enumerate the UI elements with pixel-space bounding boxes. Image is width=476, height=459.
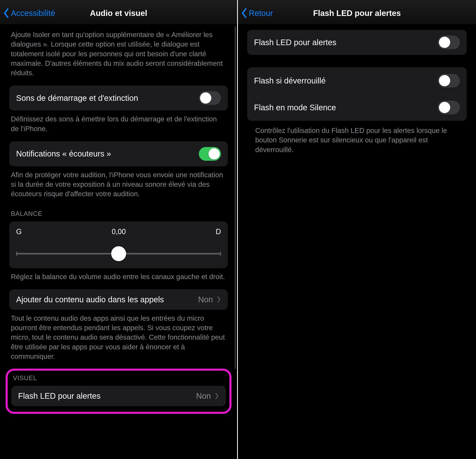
balance-description: Réglez la balance du volume audio entre … — [9, 268, 228, 281]
back-label: Accessibilité — [11, 9, 55, 18]
back-button[interactable]: Retour — [241, 8, 273, 18]
balance-slider[interactable] — [16, 249, 221, 258]
flash-led-alerts-row[interactable]: Flash LED pour alertes Non — [11, 386, 226, 406]
balance-value: 0,00 — [112, 228, 126, 236]
flash-led-main-toggle[interactable] — [438, 35, 460, 49]
balance-header: BALANCE — [9, 199, 228, 220]
flash-led-label: Flash LED pour alertes — [18, 391, 101, 400]
flash-when-unlocked-label: Flash si déverrouillé — [254, 76, 326, 85]
visual-section-highlight: VISUEL Flash LED pour alertes Non — [6, 369, 231, 414]
headphone-notifications-description: Afin de protéger votre audition, l'iPhon… — [9, 166, 228, 199]
screen-flash-led: Retour Flash LED pour alertes Flash LED … — [238, 0, 476, 459]
balance-slider-thumb[interactable] — [111, 246, 126, 261]
add-audio-label: Ajouter du contenu audio dans les appels — [16, 295, 164, 304]
startup-sounds-description: Définissez des sons à émettre lors du dé… — [9, 111, 228, 133]
nav-bar: Accessibilité Audio et visuel — [0, 0, 237, 24]
flash-when-unlocked-toggle[interactable] — [438, 74, 460, 88]
startup-sounds-label: Sons de démarrage et d'extinction — [16, 94, 138, 103]
chevron-left-icon — [241, 8, 247, 18]
flash-led-main-label: Flash LED pour alertes — [254, 38, 336, 47]
add-audio-in-calls-row[interactable]: Ajouter du contenu audio dans les appels… — [9, 289, 228, 310]
headphone-notifications-label: Notifications « écouteurs » — [16, 149, 111, 158]
flash-silent-mode-row[interactable]: Flash en mode Silence — [254, 94, 467, 121]
headphone-notifications-row[interactable]: Notifications « écouteurs » — [9, 141, 228, 166]
chevron-right-icon — [217, 296, 221, 303]
screen-audio-visuel: Accessibilité Audio et visuel Ajoute Iso… — [0, 0, 238, 459]
content-area: Flash LED pour alertes Flash si déverrou… — [238, 24, 476, 459]
flash-silent-mode-toggle[interactable] — [438, 101, 460, 114]
flash-options-group: Flash si déverrouillé Flash en mode Sile… — [247, 67, 467, 121]
nav-bar: Retour Flash LED pour alertes — [238, 0, 476, 24]
scrollbar[interactable] — [235, 26, 236, 369]
add-audio-value: Non — [198, 295, 213, 304]
balance-card: G 0,00 D — [9, 221, 228, 268]
page-title: Flash LED pour alertes — [238, 9, 476, 18]
flash-when-unlocked-row[interactable]: Flash si déverrouillé — [247, 67, 467, 94]
content-area: Ajoute Isoler en tant qu'option suppléme… — [0, 24, 237, 459]
back-button[interactable]: Accessibilité — [3, 8, 55, 18]
visual-header: VISUEL — [11, 373, 226, 385]
balance-right-label: D — [216, 228, 221, 236]
flash-description: Contrôlez l'utilisation du Flash LED pou… — [247, 121, 467, 154]
flash-led-main-row[interactable]: Flash LED pour alertes — [247, 30, 467, 55]
isolate-description: Ajoute Isoler en tant qu'option suppléme… — [9, 24, 228, 78]
flash-led-value: Non — [196, 391, 211, 400]
balance-left-label: G — [16, 228, 22, 236]
back-label: Retour — [249, 9, 273, 18]
chevron-left-icon — [3, 8, 10, 18]
startup-sounds-toggle[interactable] — [199, 91, 221, 105]
headphone-notifications-toggle[interactable] — [199, 147, 221, 161]
flash-silent-mode-label: Flash en mode Silence — [254, 103, 336, 112]
chevron-right-icon — [214, 392, 219, 400]
startup-sounds-row[interactable]: Sons de démarrage et d'extinction — [9, 86, 228, 111]
add-audio-description: Tout le contenu audio des apps ainsi que… — [9, 310, 228, 361]
